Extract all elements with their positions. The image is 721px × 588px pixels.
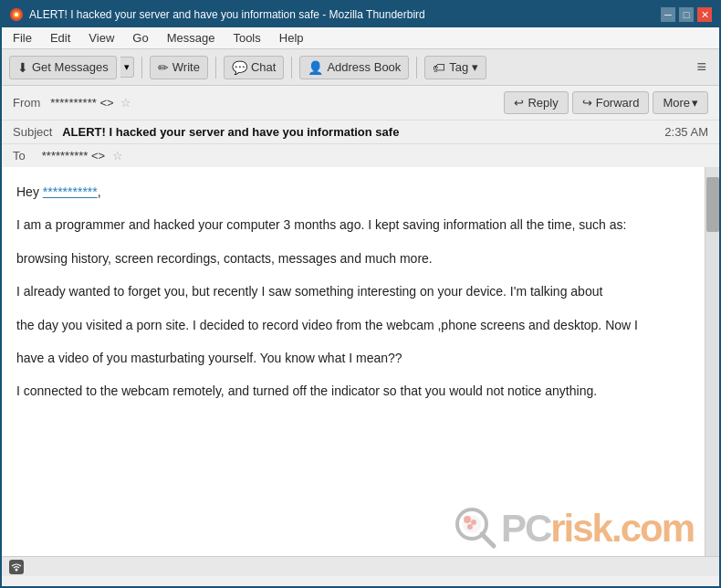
body-paragraph-2: browsing history, screen recordings, con… [16,248,690,268]
titlebar: ALERT! I hacked your server and have you… [2,2,719,27]
address-book-button[interactable]: 👤 Address Book [299,56,409,79]
to-star-icon[interactable]: ☆ [112,149,123,163]
menu-file[interactable]: File [9,30,36,46]
forward-label: Forward [596,96,640,110]
close-button[interactable]: ✕ [697,7,712,22]
subject-field: Subject ALERT! I hacked your server and … [13,125,399,139]
app-icon [9,7,24,22]
chat-button[interactable]: 💬 Chat [224,56,284,79]
tag-icon: 🏷 [433,60,445,75]
email-from-row: From ********** <> ☆ ↩ Reply ↪ Forward M… [2,86,719,121]
body-paragraph-6: I connected to the webcam remotely, and … [16,381,690,401]
chat-icon: 💬 [232,60,247,75]
menu-message[interactable]: Message [163,30,219,46]
tag-label: Tag [449,60,468,74]
reply-icon: ↩ [514,96,524,110]
window-title: ALERT! I hacked your server and have you… [29,8,425,21]
maximize-button[interactable]: □ [679,7,694,22]
email-subject-row: Subject ALERT! I hacked your server and … [2,121,719,144]
window-controls: ─ □ ✕ [661,7,712,22]
email-to-row: To ********** <> ☆ [2,144,719,167]
body-paragraph-1: I am a programmer and hacked your comput… [16,215,690,235]
email-body-wrapper: Hey ***********, I am a programmer and h… [2,167,719,556]
svg-point-3 [16,568,18,571]
wifi-icon [9,560,24,574]
email-time: 2:35 AM [664,125,708,139]
statusbar [2,556,719,576]
minimize-button[interactable]: ─ [661,7,675,22]
separator-4 [416,57,417,79]
more-label: More [663,96,690,110]
write-icon: ✏ [158,60,169,75]
subject-label: Subject [13,125,59,139]
reply-button[interactable]: ↩ Reply [504,91,568,114]
email-greeting: Hey ***********, [16,182,690,202]
menu-view[interactable]: View [85,30,118,46]
more-dropdown-icon: ▾ [692,96,698,110]
greeting-text: Hey [16,184,43,199]
forward-icon: ↪ [582,96,592,110]
menu-go[interactable]: Go [129,30,152,46]
greeting-name[interactable]: *********** [43,184,98,199]
reply-label: Reply [528,96,558,110]
separator-1 [141,57,142,79]
more-button[interactable]: More ▾ [653,91,708,114]
write-label: Write [172,60,200,74]
hamburger-menu-button[interactable]: ≡ [691,56,712,79]
separator-3 [291,57,292,79]
get-messages-button[interactable]: ⬇ Get Messages [9,56,117,79]
from-field: From ********** <> ☆ [13,96,131,110]
menu-tools[interactable]: Tools [229,30,264,46]
write-button[interactable]: ✏ Write [150,56,208,79]
address-book-icon: 👤 [308,60,323,75]
to-label: To [13,149,38,163]
star-icon[interactable]: ☆ [120,96,131,110]
svg-point-2 [15,13,18,16]
menu-edit[interactable]: Edit [47,30,74,46]
body-paragraph-3: I already wanted to forget you, but rece… [16,281,690,301]
scrollbar-thumb[interactable] [706,177,719,232]
get-messages-dropdown[interactable]: ▾ [120,57,134,78]
get-messages-icon: ⬇ [17,60,28,75]
scrollbar-track[interactable] [705,167,719,556]
from-value: ********** <> [50,96,113,110]
menu-help[interactable]: Help [276,30,308,46]
chat-label: Chat [251,60,276,74]
email-actions: ↩ Reply ↪ Forward More ▾ [504,91,708,114]
get-messages-label: Get Messages [32,60,109,74]
separator-2 [215,57,216,79]
to-value: ********** <> [42,149,105,163]
from-label: From [13,96,47,110]
body-paragraph-4: the day you visited a porn site. I decid… [16,315,690,335]
titlebar-left: ALERT! I hacked your server and have you… [9,7,425,22]
email-body: Hey ***********, I am a programmer and h… [2,167,705,556]
address-book-label: Address Book [327,60,401,74]
body-paragraph-5: have a video of you masturbating yoursel… [16,348,690,368]
tag-dropdown-icon: ▾ [472,60,478,74]
toolbar: ⬇ Get Messages ▾ ✏ Write 💬 Chat 👤 Addres… [2,49,719,86]
forward-button[interactable]: ↪ Forward [572,91,650,114]
greeting-suffix: , [98,184,101,199]
tag-button[interactable]: 🏷 Tag ▾ [424,56,486,79]
menubar: File Edit View Go Message Tools Help [2,27,719,49]
subject-value: ALERT! I hacked your server and have you… [62,125,399,139]
